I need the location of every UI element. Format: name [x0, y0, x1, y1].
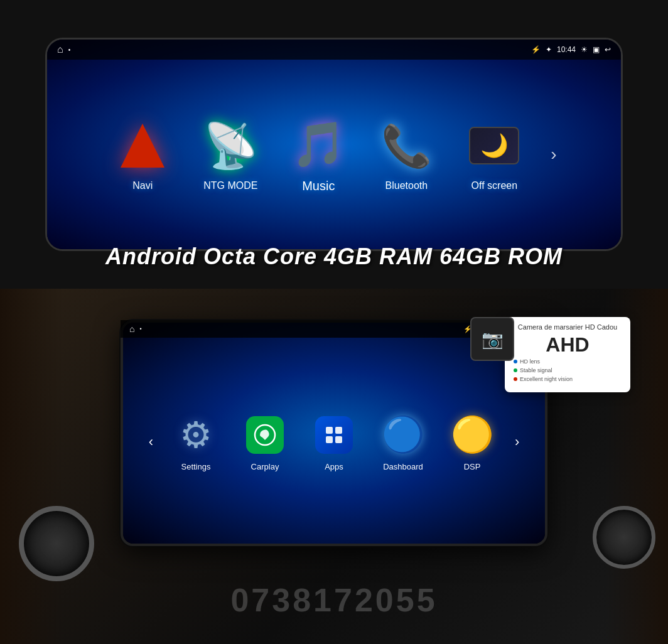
status-left-bottom: ⌂ •: [129, 324, 142, 334]
menu-item-ntg[interactable]: 📡 NTG MODE: [193, 117, 268, 191]
carplay-logo-icon: [246, 416, 284, 454]
settings-icon-container: ⚙: [174, 413, 218, 457]
offscreen-label: Off screen: [471, 180, 518, 191]
music-note-icon: 🎵: [291, 122, 346, 166]
home-icon[interactable]: ⌂: [57, 44, 63, 55]
dsp-icon-container: 🟡: [450, 413, 494, 457]
dashboard-label: Dashboard: [383, 462, 423, 471]
next-arrow-bottom[interactable]: ›: [510, 429, 524, 455]
dark-left: [0, 289, 63, 644]
settings-label: Settings: [181, 462, 211, 471]
time-display: 10:44: [557, 45, 576, 54]
ntg-tower-icon: 📡: [203, 124, 258, 168]
menu-items-bottom: ‹ ⚙ Settings: [123, 413, 545, 471]
navi-icon-container: [114, 117, 171, 174]
menu-item-dsp[interactable]: 🟡 DSP: [441, 413, 504, 471]
status-bar-top: ⌂ • ⚡ ✦ 10:44 ☀ ▣ ↩: [47, 40, 621, 60]
dot-icon-bottom: •: [139, 326, 141, 332]
top-screen[interactable]: ⌂ • ⚡ ✦ 10:44 ☀ ▣ ↩ Navi: [45, 38, 623, 251]
vent-right: [593, 506, 655, 569]
bluetooth-icon-container: 📞: [378, 117, 434, 174]
spec-text: Android Octa Core 4GB RAM 64GB ROM: [0, 244, 668, 270]
navi-label: Navi: [132, 180, 153, 191]
feature-dot-1: [514, 368, 517, 372]
camera-box: Camera de marsarier HD Cadou AHD HD lens…: [505, 317, 630, 392]
menu-item-apps[interactable]: Apps: [303, 413, 365, 471]
offscreen-moon-icon: 🌙: [469, 127, 519, 164]
carplay-label: Carplay: [251, 462, 279, 471]
camera-feature-1: Stable signal: [514, 366, 624, 375]
music-icon-container: 🎵: [290, 116, 347, 173]
carplay-icon-container: [243, 413, 287, 457]
apps-icon-container: [312, 413, 356, 457]
settings-gear-icon: ⚙: [180, 414, 212, 456]
camera-feature-0: HD lens: [514, 357, 624, 366]
dsp-label: DSP: [464, 462, 481, 471]
camera-features-list: HD lens Stable signal Excellent night vi…: [511, 357, 624, 384]
menu-item-carplay[interactable]: Carplay: [234, 413, 296, 471]
feature-label-1: Stable signal: [520, 367, 552, 373]
bluetooth-label: Bluetooth: [385, 180, 428, 191]
feature-dot-2: [514, 377, 517, 381]
dashboard-icon-container: 🔵: [381, 413, 425, 457]
dashboard-gauge-icon: 🔵: [382, 414, 425, 455]
menu-items-top: Navi 📡 NTG MODE 🎵 Music: [47, 116, 621, 193]
vent-left: [19, 506, 94, 581]
dot-icon: •: [68, 46, 71, 53]
camera-feature-2: Excellent night vision: [514, 375, 624, 384]
menu-item-settings[interactable]: ⚙ Settings: [164, 413, 227, 471]
dsp-eq-icon: 🟡: [451, 414, 494, 455]
status-right: ⚡ ✦ 10:44 ☀ ▣ ↩: [531, 45, 611, 54]
bt-icon: ⚡: [531, 45, 541, 54]
navi-arrow-icon: [121, 124, 164, 168]
feature-label-0: HD lens: [520, 358, 540, 365]
camera-title: Camera de marsarier HD Cadou: [511, 323, 624, 331]
ntg-icon-container: 📡: [202, 117, 259, 174]
prev-arrow-bottom[interactable]: ‹: [144, 429, 158, 455]
ahd-brand: AHD: [511, 335, 624, 355]
top-section: ⌂ • ⚡ ✦ 10:44 ☀ ▣ ↩ Navi: [0, 0, 668, 289]
camera-image: 📷: [470, 317, 514, 361]
feature-label-2: Excellent night vision: [520, 376, 573, 382]
apps-label: Apps: [325, 462, 343, 471]
bluetooth-phone-icon: 📞: [381, 126, 432, 166]
screen-content-top: Navi 📡 NTG MODE 🎵 Music: [47, 40, 621, 249]
home-icon-bottom[interactable]: ⌂: [129, 324, 134, 334]
feature-dot-0: [514, 360, 517, 363]
svg-rect-2: [335, 427, 342, 434]
menu-item-dashboard[interactable]: 🔵 Dashboard: [372, 413, 434, 471]
bottom-section: ⌂ • ⚡ ✦ 10:44 ☀ ▣ ↩ ‹: [0, 289, 668, 644]
menu-item-music[interactable]: 🎵 Music: [281, 116, 356, 193]
menu-item-offscreen[interactable]: 🌙 Off screen: [456, 117, 532, 191]
wifi-icon: ✦: [546, 45, 552, 54]
offscreen-icon-container: 🌙: [466, 117, 522, 174]
next-arrow-top[interactable]: ›: [544, 138, 563, 171]
menu-item-navi[interactable]: Navi: [105, 117, 180, 191]
back-icon[interactable]: ↩: [605, 45, 611, 54]
svg-rect-3: [326, 436, 333, 443]
apps-grid-icon: [315, 416, 353, 454]
menu-item-bluetooth[interactable]: 📞 Bluetooth: [369, 117, 444, 191]
status-left: ⌂ •: [57, 44, 70, 55]
svg-rect-4: [335, 436, 342, 443]
phone-watermark: 0738172055: [230, 581, 437, 619]
music-label: Music: [302, 179, 335, 193]
window-icon[interactable]: ▣: [593, 45, 600, 54]
brightness-icon[interactable]: ☀: [581, 45, 588, 54]
svg-rect-1: [326, 427, 333, 434]
ntg-label: NTG MODE: [203, 180, 257, 191]
